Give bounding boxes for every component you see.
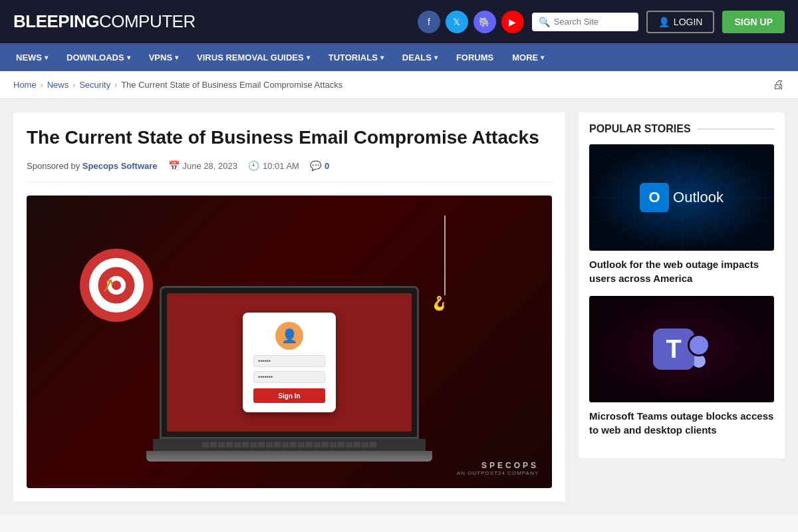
breadcrumb-sep: › xyxy=(41,80,43,90)
signup-button[interactable]: SIGN UP xyxy=(722,11,785,33)
time-item: 🕙 10:01 AM xyxy=(248,160,299,171)
article-section: The Current State of Business Email Comp… xyxy=(13,112,565,501)
article-image: ↗ 🪝 👤 •••••• ••••••• Sign In xyxy=(27,196,552,488)
outlook-brand-text: Outlook xyxy=(673,189,724,206)
title-divider xyxy=(698,128,774,130)
site-header: BLEEPINGCOMPUTER f 𝕏 🐘 ▶ 🔍 👤 LOGIN SIGN … xyxy=(0,0,798,43)
signin-button: Sign In xyxy=(253,388,325,403)
article-meta: Sponsored by Specops Software 📅 June 28,… xyxy=(27,160,552,182)
nav-virus-removal[interactable]: VIRUS REMOVAL GUIDES ▾ xyxy=(188,43,319,71)
story-title-outlook: Outlook for the web outage impacts users… xyxy=(589,257,774,285)
story-title-teams: Microsoft Teams outage blocks access to … xyxy=(589,409,774,437)
nav-downloads[interactable]: DOWNLOADS ▾ xyxy=(57,43,140,71)
sidebar: POPULAR STORIES xyxy=(579,112,785,501)
popular-stories-title: POPULAR STORIES xyxy=(589,123,774,135)
laptop-screen: 👤 •••••• ••••••• Sign In xyxy=(160,286,419,439)
logo-text: BLEEPINGCOMPUTER xyxy=(13,11,196,32)
login-button[interactable]: 👤 LOGIN xyxy=(646,11,715,33)
nav-forums[interactable]: FORUMS xyxy=(447,43,503,71)
story-image-outlook: O Outlook xyxy=(589,144,774,251)
breadcrumb-news[interactable]: News xyxy=(47,80,69,90)
breadcrumb-bar: Home › News › Security › The Current Sta… xyxy=(0,71,798,99)
twitter-icon[interactable]: 𝕏 xyxy=(446,11,468,33)
breadcrumb-current: The Current State of Business Email Comp… xyxy=(121,80,342,90)
nav-more[interactable]: MORE ▾ xyxy=(503,43,553,71)
breadcrumb-security[interactable]: Security xyxy=(79,80,110,90)
password-field-1: •••••• xyxy=(253,355,325,367)
user-avatar: 👤 xyxy=(275,322,303,350)
user-icon: 👤 xyxy=(658,17,670,27)
login-form: 👤 •••••• ••••••• Sign In xyxy=(243,313,336,412)
facebook-icon[interactable]: f xyxy=(418,11,440,33)
chevron-down-icon: ▾ xyxy=(307,54,310,61)
story-card-outlook[interactable]: O Outlook Outlook for the web outage imp… xyxy=(589,144,774,285)
breadcrumb-sep: › xyxy=(114,80,117,90)
sponsored-label: Sponsored by Specops Software xyxy=(27,161,158,171)
outlook-o-icon: O xyxy=(640,183,669,212)
teams-logo: T xyxy=(653,329,710,370)
sponsor-link[interactable]: Specops Software xyxy=(82,161,158,171)
nav-news[interactable]: NEWS ▾ xyxy=(7,43,57,71)
main-nav: NEWS ▾ DOWNLOADS ▾ VPNS ▾ VIRUS REMOVAL … xyxy=(0,43,798,71)
breadcrumb: Home › News › Security › The Current Sta… xyxy=(13,80,342,90)
search-input[interactable] xyxy=(554,17,632,27)
article-date: June 28, 2023 xyxy=(183,161,237,171)
teams-person-icon xyxy=(688,334,710,356)
clock-icon: 🕙 xyxy=(248,160,259,171)
date-item: 📅 June 28, 2023 xyxy=(168,160,237,171)
calendar-icon: 📅 xyxy=(168,160,180,171)
nav-vpns[interactable]: VPNS ▾ xyxy=(140,43,188,71)
chevron-down-icon: ▾ xyxy=(175,54,178,61)
breadcrumb-sep: › xyxy=(72,80,75,90)
site-logo[interactable]: BLEEPINGCOMPUTER xyxy=(13,11,196,32)
search-bar[interactable]: 🔍 xyxy=(532,13,638,31)
chevron-down-icon: ▾ xyxy=(541,54,544,61)
comment-count: 0 xyxy=(325,161,329,171)
nav-deals[interactable]: DEALS ▾ xyxy=(393,43,447,71)
main-container: The Current State of Business Email Comp… xyxy=(0,99,798,515)
laptop-graphic: 👤 •••••• ••••••• Sign In xyxy=(146,286,432,462)
popular-stories-panel: POPULAR STORIES xyxy=(579,112,785,458)
social-icons: f 𝕏 🐘 ▶ xyxy=(418,11,524,33)
laptop-keyboard xyxy=(153,439,426,451)
chevron-down-icon: ▾ xyxy=(434,54,438,61)
screen-content: 👤 •••••• ••••••• Sign In xyxy=(167,293,412,432)
search-icon: 🔍 xyxy=(539,17,550,27)
password-field-2: ••••••• xyxy=(253,371,325,383)
story-image-teams: T xyxy=(589,296,774,402)
comment-icon: 💬 xyxy=(310,160,321,171)
bullseye-graphic: ↗ xyxy=(80,249,153,322)
chevron-down-icon: ▾ xyxy=(380,54,384,61)
mastodon-icon[interactable]: 🐘 xyxy=(473,11,496,33)
chevron-down-icon: ▾ xyxy=(127,54,130,61)
breadcrumb-home[interactable]: Home xyxy=(13,80,37,90)
nav-tutorials[interactable]: TUTORIALS ▾ xyxy=(319,43,393,71)
chevron-down-icon: ▾ xyxy=(45,54,48,61)
comment-item[interactable]: 💬 0 xyxy=(310,160,329,171)
youtube-icon[interactable]: ▶ xyxy=(501,11,524,33)
article-time: 10:01 AM xyxy=(263,161,299,171)
hook-icon: 🪝 xyxy=(431,295,448,311)
story-card-teams[interactable]: T Microsoft Teams outage blocks access t… xyxy=(589,296,774,437)
article-title: The Current State of Business Email Comp… xyxy=(27,126,552,150)
laptop-base xyxy=(146,451,432,462)
print-icon[interactable]: 🖨 xyxy=(773,78,785,92)
specops-watermark: SPECOPS AN OUTPOST24 COMPANY xyxy=(457,461,539,476)
hook-line xyxy=(444,215,446,295)
header-right: f 𝕏 🐘 ▶ 🔍 👤 LOGIN SIGN UP xyxy=(418,11,785,33)
outlook-logo: O Outlook xyxy=(640,183,724,212)
